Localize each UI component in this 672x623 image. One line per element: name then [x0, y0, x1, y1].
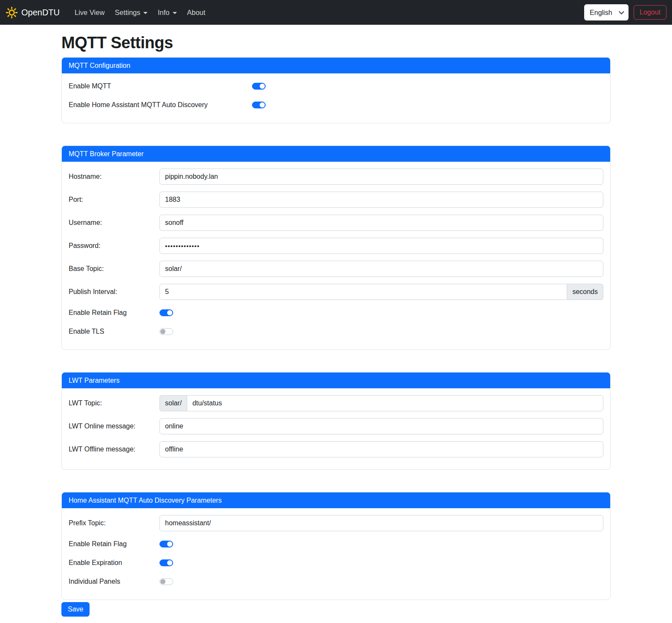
lwt-online-label: LWT Online message: — [69, 422, 159, 430]
navbar-right: English Logout — [584, 4, 666, 20]
form-row-individual-panels: Individual Panels — [69, 576, 603, 588]
nav-item-label: Live View — [75, 9, 104, 17]
enable-ha-discovery-label: Enable Home Assistant MQTT Auto Discover… — [69, 101, 252, 109]
toggle-knob — [167, 560, 172, 565]
nav-item-settings[interactable]: Settings — [110, 5, 152, 20]
brand-title: OpenDTU — [21, 8, 60, 17]
base-topic-label: Base Topic: — [69, 265, 159, 273]
form-row-lwt-offline: LWT Offline message: — [69, 441, 603, 457]
card-body: Prefix Topic: Enable Retain Flag Enable … — [62, 508, 610, 600]
caret-down-icon — [173, 12, 177, 14]
form-row-password: Password: — [69, 238, 603, 254]
save-button[interactable]: Save — [61, 602, 90, 617]
enable-tls-label: Enable TLS — [69, 328, 159, 335]
username-input[interactable] — [159, 215, 603, 231]
brand[interactable]: OpenDTU — [6, 7, 60, 18]
enable-retain-toggle[interactable] — [159, 309, 173, 316]
toggle-knob — [167, 541, 172, 547]
enable-ha-discovery-toggle[interactable] — [252, 102, 266, 108]
toggle-knob — [260, 84, 265, 89]
nav-item-about[interactable]: About — [183, 5, 210, 20]
nav-item-label: About — [187, 9, 206, 17]
enable-retain-label: Enable Retain Flag — [69, 309, 159, 317]
form-row-enable-retain: Enable Retain Flag — [69, 307, 603, 319]
lwt-online-input[interactable] — [159, 418, 603, 434]
nav-item-label: Settings — [115, 9, 140, 17]
form-row-enable-ha-discovery: Enable Home Assistant MQTT Auto Discover… — [69, 99, 603, 111]
publish-interval-label: Publish Interval: — [69, 288, 159, 296]
lwt-offline-label: LWT Offline message: — [69, 445, 159, 453]
form-row-prefix-topic: Prefix Topic: — [69, 515, 603, 531]
form-row-hostname: Hostname: — [69, 169, 603, 185]
individual-panels-toggle[interactable] — [159, 578, 173, 585]
lwt-topic-group: solar/ — [159, 395, 603, 411]
nav-links: Live View Settings Info About — [70, 5, 210, 20]
caret-down-icon — [143, 12, 148, 14]
card-mqtt-broker-parameter: MQTT Broker Parameter Hostname: Port: Us… — [61, 146, 611, 350]
form-row-username: Username: — [69, 215, 603, 231]
form-row-lwt-online: LWT Online message: — [69, 418, 603, 434]
card-ha-discovery-parameters: Home Assistant MQTT Auto Discovery Param… — [61, 492, 611, 600]
lwt-topic-prefix: solar/ — [159, 395, 187, 411]
enable-tls-toggle[interactable] — [159, 328, 173, 335]
individual-panels-label: Individual Panels — [69, 578, 159, 585]
form-row-base-topic: Base Topic: — [69, 261, 603, 277]
card-body: Enable MQTT Enable Home Assistant MQTT A… — [62, 73, 610, 123]
prefix-topic-label: Prefix Topic: — [69, 519, 159, 527]
top-navbar: OpenDTU Live View Settings Info About En… — [0, 0, 672, 25]
form-row-port: Port: — [69, 192, 603, 208]
publish-interval-group: seconds — [159, 284, 603, 300]
password-input[interactable] — [159, 238, 603, 254]
language-select-wrap: English — [584, 4, 629, 20]
card-header: MQTT Broker Parameter — [62, 146, 610, 162]
nav-item-label: Info — [158, 9, 170, 17]
nav-item-live-view[interactable]: Live View — [70, 5, 109, 20]
form-row-publish-interval: Publish Interval: seconds — [69, 284, 603, 300]
language-select[interactable]: English — [584, 4, 629, 20]
lwt-topic-input[interactable] — [187, 395, 603, 411]
nav-item-info[interactable]: Info — [154, 5, 181, 20]
ha-retain-label: Enable Retain Flag — [69, 540, 159, 548]
card-body: Hostname: Port: Username: Password: Base… — [62, 162, 610, 349]
ha-retain-toggle[interactable] — [159, 541, 173, 547]
form-row-ha-expiration: Enable Expiration — [69, 557, 603, 569]
port-label: Port: — [69, 196, 159, 204]
main-content: MQTT Settings MQTT Configuration Enable … — [61, 34, 611, 623]
toggle-knob — [167, 310, 172, 315]
hostname-input[interactable] — [159, 169, 603, 185]
toggle-knob — [160, 579, 165, 584]
form-row-enable-mqtt: Enable MQTT — [69, 80, 603, 92]
card-header: Home Assistant MQTT Auto Discovery Param… — [62, 492, 610, 508]
form-row-ha-retain: Enable Retain Flag — [69, 538, 603, 550]
hostname-label: Hostname: — [69, 173, 159, 180]
base-topic-input[interactable] — [159, 261, 603, 277]
password-label: Password: — [69, 242, 159, 250]
logout-button[interactable]: Logout — [634, 5, 666, 20]
publish-interval-unit: seconds — [567, 284, 603, 300]
toggle-knob — [260, 102, 265, 108]
card-mqtt-configuration: MQTT Configuration Enable MQTT Enable Ho… — [61, 57, 611, 123]
form-row-lwt-topic: LWT Topic: solar/ — [69, 395, 603, 411]
lwt-topic-label: LWT Topic: — [69, 399, 159, 407]
card-header: LWT Parameters — [62, 373, 610, 388]
publish-interval-input[interactable] — [159, 284, 567, 300]
ha-expiration-label: Enable Expiration — [69, 559, 159, 567]
lwt-offline-input[interactable] — [159, 441, 603, 457]
enable-mqtt-toggle[interactable] — [252, 83, 266, 90]
enable-mqtt-label: Enable MQTT — [69, 82, 252, 90]
sun-icon — [6, 7, 17, 18]
username-label: Username: — [69, 219, 159, 227]
port-input[interactable] — [159, 192, 603, 208]
form-row-enable-tls: Enable TLS — [69, 326, 603, 338]
toggle-knob — [160, 329, 165, 334]
card-body: LWT Topic: solar/ LWT Online message: LW… — [62, 388, 610, 469]
card-header: MQTT Configuration — [62, 58, 610, 73]
card-lwt-parameters: LWT Parameters LWT Topic: solar/ LWT Onl… — [61, 372, 611, 470]
page-title: MQTT Settings — [61, 34, 611, 52]
ha-expiration-toggle[interactable] — [159, 559, 173, 566]
prefix-topic-input[interactable] — [159, 515, 603, 531]
